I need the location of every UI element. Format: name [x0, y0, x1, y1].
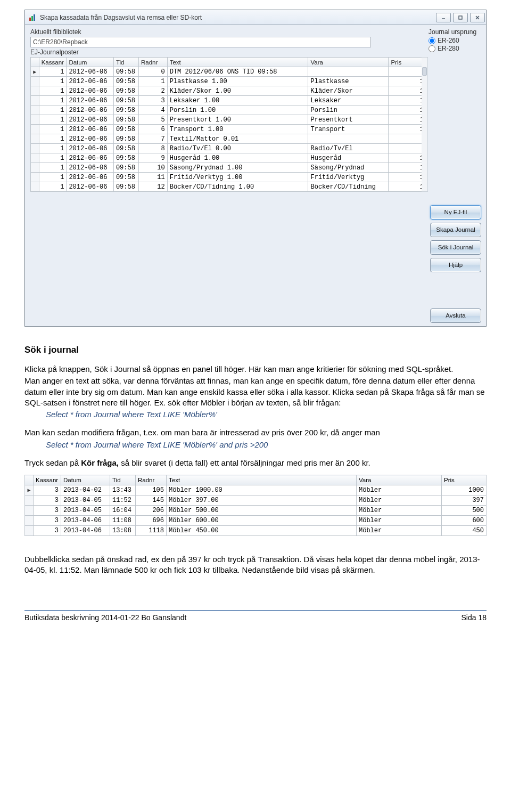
col-vara[interactable]: Vara — [308, 58, 389, 67]
g2-col-vara[interactable]: Vara — [357, 475, 442, 485]
footer-right: Sida 18 — [461, 613, 487, 622]
page-footer: Butiksdata beskrivning 2014-01-22 Bo Gan… — [0, 608, 511, 629]
journal-grid[interactable]: Kassanr Datum Tid Radnr Text Vara Pris ▶… — [30, 57, 426, 192]
para-4: Tryck sedan på Kör fråga, så blir svaret… — [24, 458, 487, 468]
window-title: Skapa kassadata från Dagsavslut via rems… — [40, 14, 436, 21]
table-row[interactable]: 12012-06-0609:5810Säsong/Prydnad 1.00Säs… — [31, 163, 426, 173]
result-grid[interactable]: Kassanr Datum Tid Radnr Text Vara Pris ▶… — [24, 475, 487, 536]
svg-rect-0 — [29, 18, 31, 21]
table-row[interactable]: ▶12012-06-0609:580DTM 2012/06/06 ONS TID… — [31, 67, 426, 77]
g2-col-kassanr[interactable]: Kassanr — [34, 475, 61, 485]
origin-radio-er280[interactable] — [428, 45, 435, 52]
para-3: Man kan sedan modifiera frågan, t.ex. om… — [24, 427, 487, 438]
table-row[interactable]: 32013-04-0613:081118Möbler 450.00Möbler4… — [25, 526, 487, 536]
svg-rect-2 — [34, 14, 35, 21]
origin-option-0: ER-260 — [438, 37, 459, 44]
table-row[interactable]: ▶32013-04-0213:43105Möbler 1000.00Möbler… — [25, 485, 487, 496]
col-text[interactable]: Text — [167, 58, 308, 67]
table-row[interactable]: 12012-06-0609:589Husgeråd 1.00Husgeråd1 — [31, 153, 426, 163]
para-1: Klicka på knappen, Sök i Journal så öppn… — [24, 364, 487, 375]
origin-option-1: ER-280 — [438, 45, 459, 52]
table-row[interactable]: 12012-06-0609:5812Böcker/CD/Tidning 1.00… — [31, 182, 426, 192]
table-row[interactable]: 32013-04-0511:52145Möbler 397.00Möbler39… — [25, 496, 487, 506]
svg-rect-4 — [459, 16, 462, 19]
quit-button[interactable]: Avsluta — [430, 308, 481, 323]
origin-label: Journal ursprung — [428, 28, 483, 36]
para-5: Dubbelklicka sedan på önskad rad, ex den… — [24, 554, 487, 576]
table-row[interactable]: 12012-06-0609:587Textil/Mattor 0.01 — [31, 134, 426, 144]
library-label: Aktuellt filbibliotek — [30, 28, 426, 36]
maximize-button[interactable] — [453, 13, 468, 22]
new-ej-button[interactable]: Ny EJ-fil — [430, 205, 481, 220]
table-row[interactable]: 12012-06-0609:585Presentkort 1.00Present… — [31, 115, 426, 125]
col-tid[interactable]: Tid — [113, 58, 138, 67]
table-row[interactable]: 32013-04-0516:04206Möbler 500.00Möbler50… — [25, 506, 487, 516]
app-icon — [28, 13, 37, 22]
g2-col-tid[interactable]: Tid — [110, 475, 136, 485]
help-button[interactable]: Hjälp — [430, 258, 481, 272]
g2-col-radnr[interactable]: Radnr — [136, 475, 167, 485]
table-row[interactable]: 12012-06-0609:5811Fritid/Verktyg 1.00Fri… — [31, 173, 426, 182]
col-datum[interactable]: Datum — [67, 58, 114, 67]
col-radnr[interactable]: Radnr — [138, 58, 167, 67]
table-row[interactable]: 12012-06-0609:588Radio/Tv/El 0.00Radio/T… — [31, 144, 426, 153]
sql-2: Select * from Journal where Text LIKE 'M… — [24, 440, 487, 450]
table-row[interactable]: 12012-06-0609:586Transport 1.00Transport… — [31, 125, 426, 134]
table-row[interactable]: 32013-04-0611:08696Möbler 600.00Möbler60… — [25, 516, 487, 526]
close-button[interactable] — [470, 13, 485, 22]
table-row[interactable]: 12012-06-0609:584Porslin 1.00Porslin1 — [31, 105, 426, 115]
create-journal-button[interactable]: Skapa Journal — [430, 223, 481, 237]
g2-col-text[interactable]: Text — [167, 475, 357, 485]
g2-col-datum[interactable]: Datum — [61, 475, 110, 485]
search-journal-button[interactable]: Sök i Journal — [430, 240, 481, 255]
origin-radio-er260[interactable] — [428, 37, 435, 44]
posts-label: EJ-Journalposter — [30, 48, 426, 56]
grid-scrollbar[interactable] — [422, 57, 428, 192]
g2-col-pris[interactable]: Pris — [442, 475, 487, 485]
app-window: Skapa kassadata från Dagsavslut via rems… — [24, 10, 487, 327]
library-path-input[interactable] — [30, 37, 371, 47]
col-pris[interactable]: Pris — [389, 58, 426, 67]
svg-rect-1 — [31, 16, 33, 21]
table-row[interactable]: 12012-06-0609:581Plastkasse 1.00Plastkas… — [31, 77, 426, 86]
table-row[interactable]: 12012-06-0609:582Kläder/Skor 1.00Kläder/… — [31, 86, 426, 96]
titlebar[interactable]: Skapa kassadata från Dagsavslut via rems… — [25, 10, 486, 25]
col-kassanr[interactable]: Kassanr — [39, 58, 67, 67]
sql-1: Select * from Journal where Text LIKE 'M… — [24, 409, 487, 420]
section-heading: Sök i journal — [24, 345, 487, 355]
para-2: Man anger en text att söka, var denna fö… — [24, 376, 487, 408]
table-row[interactable]: 12012-06-0609:583Leksaker 1.00Leksaker1 — [31, 96, 426, 105]
footer-left: Butiksdata beskrivning 2014-01-22 Bo Gan… — [24, 613, 186, 622]
minimize-button[interactable] — [436, 13, 451, 22]
